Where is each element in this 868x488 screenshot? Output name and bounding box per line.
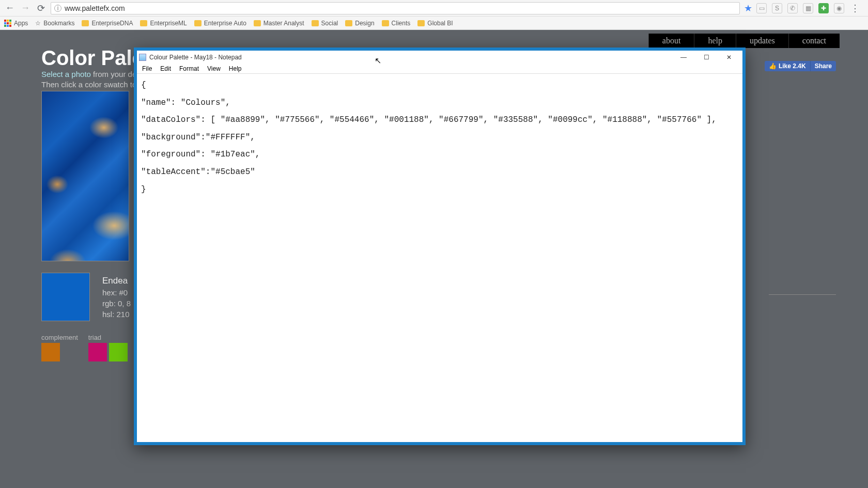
- harmony-colors: complement triad: [41, 334, 128, 361]
- bookmarks-bar: Apps ☆ Bookmarks EnterpriseDNA Enterpris…: [0, 17, 868, 30]
- nav-updates[interactable]: updates: [736, 34, 788, 48]
- notepad-menu-bar: File Edit Format View Help: [137, 64, 742, 74]
- complement-swatch[interactable]: [41, 343, 60, 361]
- folder-icon: [254, 20, 261, 26]
- site-nav: about help updates contact: [648, 34, 840, 48]
- nav-about[interactable]: about: [648, 34, 694, 48]
- bookmark-folder-1[interactable]: EnterpriseML: [140, 20, 187, 27]
- forward-button[interactable]: →: [20, 3, 31, 14]
- selected-color-swatch[interactable]: [41, 273, 90, 321]
- triad-group: triad: [88, 334, 128, 361]
- fb-share-button[interactable]: Share: [810, 61, 836, 71]
- browser-menu-icon[interactable]: ⋮: [849, 3, 861, 14]
- fb-like-button[interactable]: 👍 Like 2.4K: [765, 61, 810, 71]
- bookmarks-shortcut[interactable]: ☆ Bookmarks: [35, 20, 74, 27]
- folder-icon: [417, 20, 425, 26]
- bookmark-folder-0[interactable]: EnterpriseDNA: [82, 20, 133, 27]
- folder-icon: [82, 20, 89, 26]
- close-button[interactable]: ✕: [718, 52, 740, 63]
- reload-button[interactable]: ⟳: [35, 3, 47, 14]
- extension-icon-3[interactable]: ✆: [787, 3, 798, 13]
- complement-group: complement: [41, 334, 78, 361]
- url-bar[interactable]: i www.palettefx.com: [51, 2, 740, 14]
- extension-icon-2[interactable]: S: [772, 3, 782, 13]
- apps-shortcut[interactable]: Apps: [4, 20, 28, 27]
- notepad-app-icon: [139, 54, 146, 61]
- extension-icon-5[interactable]: ✚: [818, 3, 829, 13]
- extension-icon-4[interactable]: ▦: [803, 3, 813, 13]
- folder-icon: [312, 20, 319, 26]
- bookmark-star-icon[interactable]: ★: [744, 3, 752, 14]
- menu-edit[interactable]: Edit: [156, 64, 175, 73]
- triad-swatch-1[interactable]: [88, 343, 107, 361]
- notepad-titlebar[interactable]: Colour Palette - May18 - Notepad — ☐ ✕: [137, 51, 742, 64]
- browser-chrome: ← → ⟳ i www.palettefx.com ★ ▭ S ✆ ▦ ✚ ◉ …: [0, 0, 868, 30]
- selected-swatch-block: Endea hex: #0 rgb: 0, 8 hsl: 210: [41, 273, 131, 321]
- triad-swatch-2[interactable]: [109, 343, 128, 361]
- bookmark-folder-6[interactable]: Clients: [382, 20, 411, 27]
- menu-format[interactable]: Format: [175, 64, 203, 73]
- thumbs-up-icon: 👍: [769, 62, 777, 70]
- folder-icon: [345, 20, 352, 26]
- notepad-text-area[interactable]: { "name": "Colours", "dataColors": [ "#a…: [137, 74, 742, 442]
- site-subtitle: Select a photo from your de Then click a…: [41, 69, 136, 89]
- bookmark-folder-2[interactable]: Enterprise Auto: [194, 20, 246, 27]
- menu-file[interactable]: File: [138, 64, 156, 73]
- uploaded-image-preview[interactable]: [41, 91, 129, 261]
- site-info-icon[interactable]: i: [54, 5, 61, 12]
- browser-toolbar: ← → ⟳ i www.palettefx.com ★ ▭ S ✆ ▦ ✚ ◉ …: [0, 0, 868, 17]
- folder-icon: [140, 20, 147, 26]
- minimize-button[interactable]: —: [672, 52, 695, 63]
- menu-help[interactable]: Help: [225, 64, 246, 73]
- nav-contact[interactable]: contact: [788, 34, 840, 48]
- apps-icon: [4, 20, 11, 27]
- folder-icon: [194, 20, 202, 26]
- star-outline-icon: ☆: [35, 20, 41, 27]
- facebook-widget: 👍 Like 2.4K Share: [765, 61, 836, 71]
- maximize-button[interactable]: ☐: [695, 52, 718, 63]
- back-button[interactable]: ←: [4, 3, 16, 14]
- extension-icon-1[interactable]: ▭: [756, 3, 767, 13]
- bookmark-folder-5[interactable]: Design: [345, 20, 374, 27]
- url-text: www.palettefx.com: [65, 4, 125, 12]
- page-body: about help updates contact 👍 Like 2.4K S…: [0, 30, 868, 488]
- extension-icons: ▭ S ✆ ▦ ✚ ◉ ⋮: [756, 3, 864, 14]
- bookmark-folder-3[interactable]: Master Analyst: [254, 20, 304, 27]
- menu-view[interactable]: View: [203, 64, 225, 73]
- extension-icon-6[interactable]: ◉: [834, 3, 844, 13]
- notepad-window[interactable]: Colour Palette - May18 - Notepad — ☐ ✕ F…: [134, 48, 746, 445]
- bookmark-folder-7[interactable]: Global BI: [417, 20, 453, 27]
- bookmark-folder-4[interactable]: Social: [312, 20, 338, 27]
- folder-icon: [382, 20, 389, 26]
- notepad-title: Colour Palette - May18 - Notepad: [149, 54, 242, 61]
- swatch-info: Endea hex: #0 rgb: 0, 8 hsl: 210: [102, 273, 131, 320]
- sidebar-divider: [769, 294, 836, 295]
- nav-help[interactable]: help: [694, 34, 736, 48]
